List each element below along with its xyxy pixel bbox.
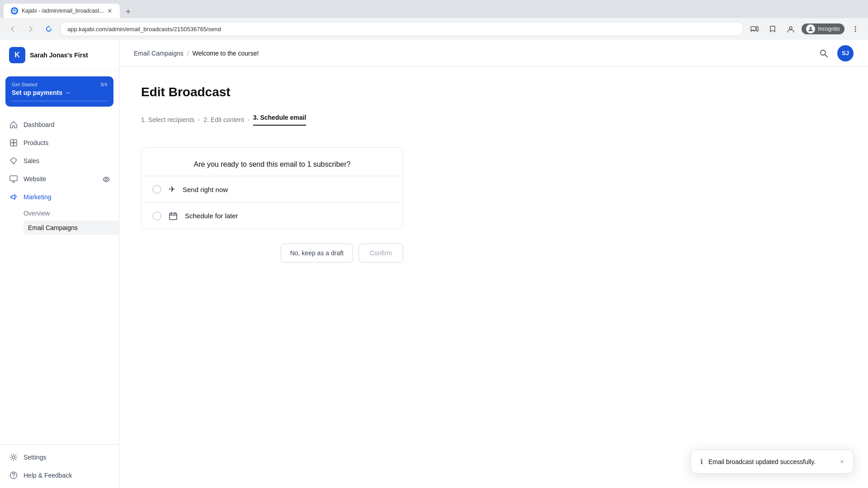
schedule-later-icon <box>169 211 178 221</box>
svg-rect-1 <box>751 27 756 30</box>
tab-close-button[interactable]: ✕ <box>107 7 113 14</box>
sidebar-item-sales[interactable]: Sales <box>0 152 119 170</box>
sidebar-item-sales-label: Sales <box>24 157 110 164</box>
diamond-icon <box>9 156 18 165</box>
help-icon <box>9 471 18 480</box>
page-title: Edit Broadcast <box>141 85 846 99</box>
incognito-icon <box>806 24 815 33</box>
sidebar-item-dashboard-label: Dashboard <box>24 121 110 128</box>
browser-tab[interactable]: Kajabi - /admin/email_broadcast... ✕ <box>4 4 120 18</box>
svg-rect-8 <box>10 140 14 143</box>
sidebar-item-help-label: Help & Feedback <box>24 472 110 479</box>
send-options-card: Are you ready to send this email to 1 su… <box>141 147 403 229</box>
top-header: Email Campaigns / Welcome to the course!… <box>119 40 868 67</box>
step-arrow-1: › <box>198 117 200 123</box>
step-recipients[interactable]: 1. Select recipients <box>141 116 194 123</box>
svg-point-15 <box>12 456 15 459</box>
get-started-banner[interactable]: Get Started 3/4 Set up payments → <box>5 76 113 107</box>
svg-point-14 <box>105 178 108 180</box>
svg-rect-13 <box>10 176 17 181</box>
header-actions: SJ <box>816 45 854 61</box>
svg-rect-9 <box>14 140 17 143</box>
sidebar-item-website[interactable]: Website <box>0 170 119 188</box>
send-now-icon: ✈ <box>169 184 175 194</box>
subnav-overview[interactable]: Overview <box>24 206 119 221</box>
confirm-button[interactable]: Confirm <box>359 244 403 263</box>
incognito-badge: Incognito <box>802 23 844 34</box>
tab-title: Kajabi - /admin/email_broadcast... <box>22 8 104 14</box>
schedule-later-radio[interactable] <box>152 211 161 221</box>
company-name: Sarah Jonas's First <box>30 52 88 59</box>
send-question: Are you ready to send this email to 1 su… <box>142 148 403 176</box>
step-content[interactable]: 2. Edit content <box>203 116 244 123</box>
sidebar-item-help[interactable]: Help & Feedback <box>0 466 119 484</box>
svg-point-3 <box>789 27 792 29</box>
back-button[interactable] <box>5 22 20 36</box>
megaphone-icon <box>9 192 18 202</box>
main-area: Email Campaigns / Welcome to the course!… <box>119 40 868 488</box>
sidebar-item-products-label: Products <box>24 139 110 146</box>
settings-icon <box>9 453 18 462</box>
svg-line-19 <box>825 55 827 57</box>
tab-favicon <box>11 7 18 14</box>
svg-point-17 <box>13 477 14 478</box>
steps-nav: 1. Select recipients › 2. Edit content ›… <box>141 114 846 126</box>
svg-point-4 <box>810 27 812 29</box>
send-now-option[interactable]: ✈ Send right now <box>142 176 403 202</box>
search-button[interactable] <box>816 45 832 61</box>
svg-rect-2 <box>756 27 758 31</box>
toast-info-icon: ℹ <box>700 457 703 466</box>
toast-notification: ℹ Email broadcast updated successfully. … <box>691 450 854 474</box>
svg-point-0 <box>12 9 17 13</box>
breadcrumb-email-campaigns[interactable]: Email Campaigns <box>134 50 184 57</box>
marketing-subnav: Overview Email Campaigns <box>0 206 119 235</box>
set-up-payments-button[interactable]: Set up payments → <box>12 89 107 96</box>
cast-icon <box>747 22 762 36</box>
toast-message: Email broadcast updated successfully. <box>708 458 835 465</box>
step-schedule[interactable]: 3. Schedule email <box>253 114 307 126</box>
sidebar-item-marketing[interactable]: Marketing <box>0 188 119 206</box>
svg-point-18 <box>821 50 826 55</box>
eye-icon <box>103 175 110 183</box>
home-icon <box>9 120 18 129</box>
svg-point-7 <box>855 31 856 32</box>
logo-icon: K <box>9 47 25 63</box>
svg-rect-20 <box>170 213 177 220</box>
monitor-icon <box>9 174 18 183</box>
svg-point-5 <box>855 26 856 28</box>
new-tab-button[interactable]: + <box>122 5 134 18</box>
draft-button[interactable]: No, keep as a draft <box>281 244 353 263</box>
tag-icon <box>9 138 18 147</box>
step-arrow-2: › <box>248 117 250 123</box>
avatar[interactable]: SJ <box>837 45 854 61</box>
breadcrumb: Email Campaigns / Welcome to the course! <box>134 50 816 57</box>
reload-button[interactable] <box>42 22 56 36</box>
sidebar-item-dashboard[interactable]: Dashboard <box>0 116 119 134</box>
subnav-email-campaigns[interactable]: Email Campaigns <box>24 221 119 235</box>
sidebar-nav: Dashboard Products Sales Website <box>0 112 119 444</box>
sidebar-item-website-label: Website <box>24 175 97 183</box>
sidebar-item-marketing-label: Marketing <box>24 193 110 201</box>
actions-row: No, keep as a draft Confirm <box>141 244 403 263</box>
toast-close-button[interactable]: × <box>840 458 844 466</box>
sidebar-item-settings[interactable]: Settings <box>0 448 119 466</box>
svg-point-6 <box>855 28 856 30</box>
address-bar[interactable]: app.kajabi.com/admin/email_broadcasts/21… <box>60 22 744 36</box>
schedule-later-option[interactable]: Schedule for later <box>142 202 403 229</box>
bookmark-icon[interactable] <box>765 22 780 36</box>
forward-button[interactable] <box>24 22 38 36</box>
profile-icon[interactable] <box>783 22 798 36</box>
svg-rect-11 <box>14 143 17 146</box>
content-area: Edit Broadcast 1. Select recipients › 2.… <box>119 67 868 488</box>
svg-rect-10 <box>10 143 14 146</box>
send-now-label: Send right now <box>183 186 228 193</box>
send-now-radio[interactable] <box>152 185 161 194</box>
sidebar-item-settings-label: Settings <box>24 454 110 461</box>
sidebar-item-products[interactable]: Products <box>0 134 119 152</box>
breadcrumb-separator: / <box>187 50 189 57</box>
sidebar: K Sarah Jonas's First Get Started 3/4 Se… <box>0 40 119 488</box>
svg-marker-12 <box>10 158 17 164</box>
breadcrumb-current: Welcome to the course! <box>193 50 259 57</box>
schedule-later-label: Schedule for later <box>185 212 238 220</box>
menu-icon[interactable] <box>848 22 863 36</box>
